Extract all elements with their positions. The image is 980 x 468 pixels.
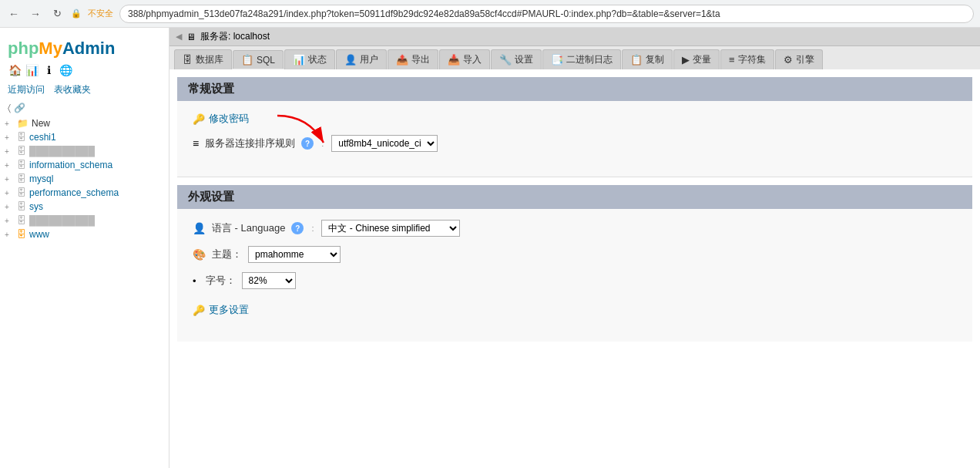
copy-icon: 📋 xyxy=(630,54,643,66)
expand-icon: + xyxy=(5,161,14,170)
table-icon[interactable]: 📊 xyxy=(25,63,39,77)
collapse-content-icon[interactable]: ◀ xyxy=(176,32,182,42)
collation-help-icon[interactable]: ? xyxy=(301,137,314,150)
db-item-sys[interactable]: + 🗄 sys xyxy=(0,200,169,214)
language-icon: 👤 xyxy=(193,222,206,234)
db-item-blurred2[interactable]: + 🗄 ██████████ xyxy=(0,214,169,227)
colon: : xyxy=(321,139,324,148)
expand-icon: + xyxy=(5,175,14,183)
globe-icon[interactable]: 🌐 xyxy=(59,63,72,77)
collapse-icon[interactable]: 〈 xyxy=(8,103,11,113)
theme-select[interactable]: pmahomme original xyxy=(248,246,341,263)
db-icon-www: 🗄 xyxy=(17,229,26,240)
db-name-ceshi1: ceshi1 xyxy=(29,132,56,143)
tab-sql[interactable]: 📋 SQL xyxy=(233,50,284,69)
tab-status[interactable]: 📊 状态 xyxy=(284,49,335,69)
db-item-mysql[interactable]: + 🗄 mysql xyxy=(0,172,169,186)
url-bar[interactable] xyxy=(119,5,974,23)
tab-binary-log-label: 二进制日志 xyxy=(566,53,612,66)
tab-settings[interactable]: 🔧 设置 xyxy=(491,49,542,69)
db-item-www[interactable]: + 🗄 www xyxy=(0,227,169,241)
tab-database[interactable]: 🗄 数据库 xyxy=(174,49,232,69)
sidebar-icons: 🏠 📊 ℹ 🌐 xyxy=(0,62,169,82)
db-item-information-schema[interactable]: + 🗄 information_schema xyxy=(0,158,169,172)
db-item-ceshi1[interactable]: + 🗄 ceshi1 xyxy=(0,130,169,144)
db-item-new[interactable]: + 📁 New xyxy=(0,116,169,130)
security-icon: 🔒 xyxy=(71,8,82,19)
tab-title-bar: ◀ 🖥 服务器: localhost xyxy=(169,28,980,46)
collation-row: ≡ 服务器连接排序规则 ? : xyxy=(193,135,957,152)
db-icon-ceshi1: 🗄 xyxy=(17,132,26,143)
db-name-new: New xyxy=(32,118,50,129)
db-name-blurred2: ██████████ xyxy=(29,215,95,226)
general-settings-title: 常规设置 xyxy=(188,82,234,95)
tab-users[interactable]: 👤 用户 xyxy=(336,49,387,69)
tab-import-label: 导入 xyxy=(463,53,482,66)
db-item-blurred1[interactable]: + 🗄 ██████████ xyxy=(0,144,169,158)
logo-php: php xyxy=(8,39,39,58)
expand-icon: + xyxy=(5,231,14,239)
appearance-settings-title: 外观设置 xyxy=(188,190,234,203)
tab-copy[interactable]: 📋 复制 xyxy=(622,49,673,69)
settings-icon: 🔧 xyxy=(499,54,512,66)
tab-database-label: 数据库 xyxy=(196,53,223,66)
appearance-settings-container: 外观设置 👤 语言 - Language ? : 中文 - Chinese si… xyxy=(177,185,972,342)
back-button[interactable]: ← xyxy=(6,6,22,22)
tab-export[interactable]: 📤 导出 xyxy=(388,49,438,69)
arrow-container: utf8mb4_unicode_ci utf8_general_ci utf8m… xyxy=(331,135,438,152)
password-link[interactable]: 🔑 修改密码 xyxy=(193,112,249,126)
db-name-mysql: mysql xyxy=(29,173,53,184)
recent-link[interactable]: 近期访问 xyxy=(8,83,45,96)
refresh-button[interactable]: ↻ xyxy=(49,6,65,22)
font-label: 字号： xyxy=(206,274,236,288)
link-icon[interactable]: 🔗 xyxy=(14,103,25,113)
more-settings-link[interactable]: 🔑 更多设置 xyxy=(193,303,249,317)
font-row: • 字号： 82% 100% 110% xyxy=(193,272,957,289)
theme-icon: 🎨 xyxy=(193,248,206,261)
tab-engines[interactable]: ⚙ 引擎 xyxy=(775,49,823,69)
sql-icon: 📋 xyxy=(241,54,253,66)
collation-icon: ≡ xyxy=(193,137,199,150)
expand-icon: + xyxy=(5,133,14,142)
tab-variables[interactable]: ▶ 变量 xyxy=(673,49,720,69)
sidebar-toolbar: 〈 🔗 xyxy=(0,101,169,115)
collation-label: 服务器连接排序规则 xyxy=(205,136,295,150)
tab-charset[interactable]: ≡ 字符集 xyxy=(720,49,774,69)
appearance-settings-body: 👤 语言 - Language ? : 中文 - Chinese simplif… xyxy=(177,209,972,342)
db-name-information-schema: information_schema xyxy=(29,160,112,170)
colon2: : xyxy=(311,224,314,233)
more-settings-label: 更多设置 xyxy=(209,303,249,317)
tab-import[interactable]: 📥 导入 xyxy=(439,49,490,69)
font-select[interactable]: 82% 100% 110% xyxy=(242,272,296,289)
tab-settings-label: 设置 xyxy=(515,53,533,66)
status-icon: 📊 xyxy=(293,54,305,66)
logo-my: My xyxy=(39,39,62,58)
forward-button[interactable]: → xyxy=(28,6,43,22)
db-icon-sys: 🗄 xyxy=(17,201,26,212)
db-item-performance-schema[interactable]: + 🗄 performance_schema xyxy=(0,186,169,200)
import-icon: 📥 xyxy=(448,54,460,66)
charset-icon: ≡ xyxy=(729,54,735,66)
tab-binary-log[interactable]: 📑 二进制日志 xyxy=(542,49,621,69)
db-list: + 📁 New + 🗄 ceshi1 + 🗄 ██████████ + 🗄 in… xyxy=(0,115,169,243)
language-select[interactable]: 中文 - Chinese simplified English xyxy=(321,220,460,237)
expand-icon: + xyxy=(5,189,14,197)
theme-row: 🎨 主题： pmahomme original xyxy=(193,246,957,263)
favorites-link[interactable]: 表收藏夹 xyxy=(54,83,91,96)
database-icon: 🗄 xyxy=(183,54,193,66)
export-icon: 📤 xyxy=(396,54,408,66)
db-name-www: www xyxy=(29,229,49,240)
home-icon[interactable]: 🏠 xyxy=(8,63,22,77)
sidebar-links: 近期访问 表收藏夹 xyxy=(0,82,169,101)
db-name-sys: sys xyxy=(29,201,43,212)
general-settings-container: 常规设置 🔑 修改密码 ≡ 服务器连接排序规则 ? : xyxy=(177,77,972,177)
more-settings-key-icon: 🔑 xyxy=(193,305,205,316)
expand-icon: + xyxy=(5,120,14,128)
db-icon-info: 🗄 xyxy=(17,160,26,170)
nav-tabs: 🗄 数据库 📋 SQL 📊 状态 👤 用户 📤 导出 📥 导入 xyxy=(169,46,980,69)
general-settings-body: 🔑 修改密码 ≡ 服务器连接排序规则 ? : xyxy=(177,101,972,177)
language-row: 👤 语言 - Language ? : 中文 - Chinese simplif… xyxy=(193,220,957,237)
language-help-icon[interactable]: ? xyxy=(291,222,304,234)
info-icon[interactable]: ℹ xyxy=(42,63,55,77)
collation-select[interactable]: utf8mb4_unicode_ci utf8_general_ci utf8m… xyxy=(331,135,438,152)
